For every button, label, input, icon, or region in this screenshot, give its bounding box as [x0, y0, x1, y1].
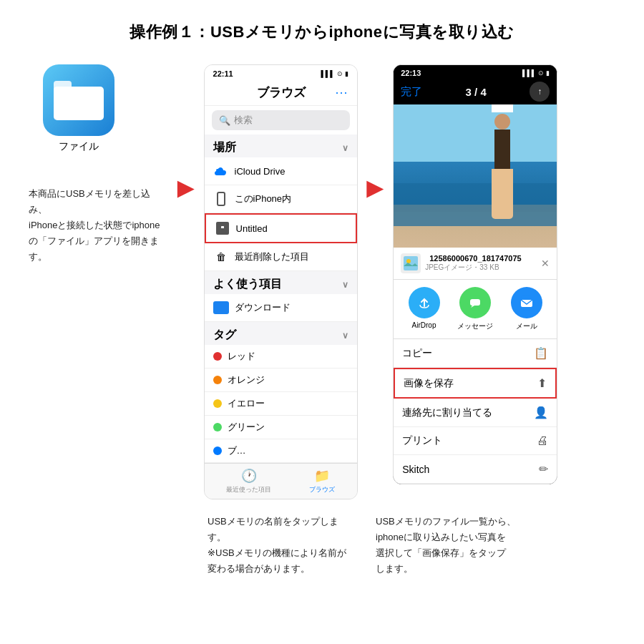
- wifi-icon: ⊙: [337, 70, 343, 77]
- copy-label: コピー: [402, 347, 432, 360]
- assign-contact-action[interactable]: 連絡先に割り当てる 👤: [394, 399, 557, 427]
- locations-label: 場所: [213, 140, 236, 155]
- print-icon: 🖨: [537, 434, 548, 447]
- messages-share-button[interactable]: メッセージ: [457, 287, 493, 331]
- phone2-status-icons: ▌▌▌ ⊙ ▮: [522, 69, 550, 77]
- red-dot: [213, 352, 222, 361]
- page-title: 操作例１：USBメモリからiphoneに写真を取り込む: [130, 21, 514, 43]
- main-content: ファイル 本商品にUSBメモリを差し込み、iPhoneと接続した状態でiphon…: [29, 64, 615, 499]
- share-close-button[interactable]: ✕: [541, 258, 550, 269]
- phone1-menu-icon[interactable]: ···: [336, 85, 348, 100]
- wifi2-icon: ⊙: [538, 69, 544, 77]
- bottom-descriptions: USBメモリの名前をタップします。 ※USBメモリの機種により名前が 変わる場合…: [29, 514, 615, 577]
- tag-red[interactable]: レッド: [205, 345, 357, 369]
- file-item-untitled[interactable]: Untitled: [205, 213, 357, 243]
- desc-phone1: USBメモリの名前をタップします。 ※USBメモリの機種により名前が 変わる場合…: [200, 514, 354, 577]
- messages-icon: [459, 287, 491, 318]
- tag-blue-label: ブ…: [228, 444, 246, 457]
- phone1-search-input[interactable]: 🔍 検索: [212, 110, 350, 130]
- file-item-trash[interactable]: 🗑 最近削除した項目: [205, 243, 357, 271]
- icloud-svg: [214, 166, 228, 176]
- mail-icon: [511, 287, 542, 318]
- file-item-download[interactable]: ダウンロード: [205, 294, 357, 322]
- desc-phone2: USBメモリのファイル一覧から、 iphoneに取り込みしたい写真を 選択して「…: [354, 514, 615, 577]
- left-section: ファイル 本商品にUSBメモリを差し込み、iPhoneと接続した状態でiphon…: [29, 64, 172, 265]
- nav-up-icon[interactable]: ↑: [530, 82, 550, 102]
- battery-icon: ▮: [345, 70, 348, 77]
- copy-action[interactable]: コピー 📋: [394, 339, 557, 368]
- share-apps-row: AirDrop メッセージ: [394, 280, 557, 339]
- print-action[interactable]: プリント 🖨: [394, 427, 557, 455]
- head: [494, 114, 510, 130]
- yellow-dot: [213, 399, 222, 408]
- tags-section-header: タグ ∨: [205, 322, 357, 345]
- arrow2-container: ►: [361, 172, 390, 204]
- tab-browse-label: ブラウズ: [309, 485, 335, 494]
- tag-blue[interactable]: ブ…: [205, 439, 357, 463]
- svg-rect-4: [221, 226, 224, 228]
- done-button[interactable]: 完了: [401, 85, 422, 99]
- svg-rect-5: [404, 256, 418, 270]
- tab-browse[interactable]: 📁 ブラウズ: [309, 468, 335, 494]
- save-icon: ⬆: [537, 376, 547, 390]
- phone1-tab-bar: 🕐 最近使った項目 📁 ブラウズ: [205, 463, 357, 499]
- share-filesize: JPEGイメージ・33 KB: [425, 263, 541, 273]
- tag-yellow[interactable]: イエロー: [205, 392, 357, 416]
- phone1-screen: 22:11 ▌▌▌ ⊙ ▮ ブラウズ ··· 🔍 検索: [204, 64, 358, 499]
- trash-icon: 🗑: [213, 249, 229, 265]
- svg-rect-9: [470, 299, 480, 306]
- tab-recent-label: 最近使った項目: [226, 485, 271, 494]
- clock-icon: 🕐: [241, 468, 257, 484]
- file-thumbnail-icon: [401, 253, 421, 273]
- icloud-drive-label: iCloud Drive: [235, 166, 348, 177]
- arrow1-container: ►: [172, 172, 200, 204]
- mail-label: メール: [516, 321, 537, 331]
- phone1-header-title: ブラウズ: [228, 84, 336, 101]
- locations-chevron: ∨: [342, 143, 348, 153]
- airdrop-share-button[interactable]: AirDrop: [409, 287, 440, 331]
- files-app-icon: [43, 64, 114, 136]
- search-icon: 🔍: [219, 115, 230, 126]
- file-item-icloud[interactable]: iCloud Drive: [205, 157, 357, 185]
- skitch-action[interactable]: Skitch ✏: [394, 455, 557, 484]
- save-image-action[interactable]: 画像を保存 ⬆: [394, 368, 557, 399]
- tags-chevron: ∨: [342, 331, 348, 341]
- hair: [494, 130, 510, 172]
- phone2-screen: 22:13 ▌▌▌ ⊙ ▮ 完了 3 / 4 ↑: [393, 64, 557, 484]
- phone1-status-icons: ▌▌▌ ⊙ ▮: [321, 70, 348, 77]
- person-figure: [483, 104, 522, 219]
- airdrop-label: AirDrop: [412, 321, 436, 329]
- app-label: ファイル: [59, 140, 99, 153]
- file-item-iphone[interactable]: このiPhone内: [205, 185, 357, 213]
- icloud-icon: [213, 163, 229, 179]
- tag-green[interactable]: グリーン: [205, 416, 357, 439]
- save-image-label: 画像を保存: [404, 377, 454, 390]
- svg-point-6: [406, 259, 411, 263]
- phone1-header: ブラウズ ···: [205, 80, 357, 106]
- mail-share-button[interactable]: メール: [511, 287, 542, 331]
- hat-top: [492, 104, 513, 112]
- favorites-label: よく使う項目: [213, 277, 282, 292]
- copy-icon: 📋: [534, 346, 548, 360]
- airdrop-icon: [409, 287, 440, 318]
- contact-icon: 👤: [534, 406, 548, 419]
- battery2-icon: ▮: [546, 69, 550, 77]
- download-label: ダウンロード: [235, 301, 348, 314]
- skitch-label: Skitch: [402, 464, 429, 475]
- phone1-status-bar: 22:11 ▌▌▌ ⊙ ▮: [205, 65, 357, 80]
- skitch-icon: ✏: [539, 462, 548, 476]
- tab-recent[interactable]: 🕐 最近使った項目: [226, 468, 271, 494]
- phone2-time: 22:13: [401, 69, 421, 77]
- arrow2-icon: ►: [361, 172, 390, 204]
- download-folder-icon: [213, 300, 229, 316]
- tag-orange[interactable]: オレンジ: [205, 369, 357, 392]
- messages-label: メッセージ: [457, 321, 493, 331]
- orange-dot: [213, 376, 222, 384]
- phone1-search-bar: 🔍 検索: [205, 106, 357, 135]
- untitled-label: Untitled: [236, 223, 347, 234]
- photo-display-area: [394, 104, 557, 248]
- app-icon-wrapper: ファイル: [36, 64, 122, 165]
- share-filename: 12586000670_181747075: [429, 254, 541, 263]
- favorites-section-header: よく使う項目 ∨: [205, 271, 357, 294]
- recently-deleted-label: 最近削除した項目: [235, 250, 348, 263]
